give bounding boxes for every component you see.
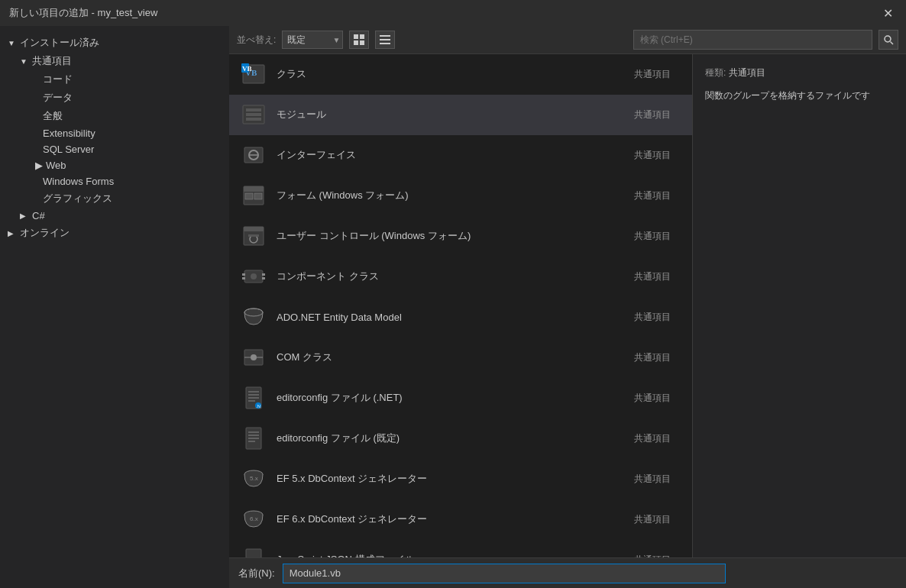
- item-name: モジュール: [277, 108, 622, 121]
- item-name: COM クラス: [277, 351, 622, 364]
- svg-rect-23: [254, 193, 262, 199]
- list-item[interactable]: ユーザー コントロール (Windows フォーム) 共通項目: [229, 216, 692, 257]
- svg-rect-3: [360, 40, 364, 45]
- svg-rect-29: [242, 273, 245, 276]
- list-item[interactable]: editorconfig ファイル (既定) 共通項目: [229, 418, 692, 459]
- grid-view-button[interactable]: [349, 31, 369, 49]
- list-item[interactable]: コンポーネント クラス 共通項目: [229, 257, 692, 297]
- name-label: 名前(N):: [238, 567, 275, 580]
- svg-rect-0: [354, 34, 358, 39]
- item-category: 共通項目: [622, 432, 683, 445]
- sidebar-item-windowsforms[interactable]: Windows Forms: [0, 173, 229, 189]
- list-item[interactable]: COM クラス 共通項目: [229, 338, 692, 378]
- item-icon: [238, 344, 269, 371]
- svg-point-37: [251, 354, 257, 360]
- sidebar-installed[interactable]: ▼ インストール済み: [0, 34, 229, 52]
- search-input[interactable]: [633, 30, 872, 50]
- svg-rect-1: [360, 34, 364, 39]
- title-bar: 新しい項目の追加 - my_test_view ✕: [0, 0, 906, 26]
- sidebar-item-csharp[interactable]: ▶ C#: [0, 208, 229, 224]
- sidebar-item-sqlserver[interactable]: SQL Server: [0, 141, 229, 157]
- kind-value: 共通項目: [729, 66, 765, 79]
- item-list-wrapper[interactable]: VB VB クラス 共通項目 モジュール 共通項目 インターフェイス 共通項目: [229, 54, 692, 557]
- svg-rect-21: [244, 186, 264, 192]
- list-item[interactable]: {} JavaScript JSON 構成ファイル 共通項目: [229, 540, 692, 557]
- list-item[interactable]: VB VB クラス 共通項目: [229, 54, 692, 95]
- dialog-title: 新しい項目の追加 - my_test_view: [9, 6, 157, 20]
- sidebar-item-online[interactable]: ▶ オンライン: [0, 224, 229, 242]
- sidebar-item-graphics[interactable]: グラフィックス: [0, 189, 229, 208]
- item-name: クラス: [277, 67, 622, 81]
- item-icon: VB VB: [238, 60, 269, 88]
- csharp-expand-icon: ▶: [20, 212, 32, 220]
- kind-row: 種類: 共通項目: [705, 66, 894, 79]
- sidebar-item-general[interactable]: 全般: [0, 107, 229, 125]
- sort-wrapper: 既定 名前 種類 ▼: [282, 31, 343, 49]
- list-item[interactable]: インターフェイス 共通項目: [229, 135, 692, 176]
- list-item[interactable]: .N editorconfig ファイル (.NET) 共通項目: [229, 378, 692, 418]
- item-name: EF 5.x DbContext ジェネレーター: [277, 472, 622, 486]
- svg-text:VB: VB: [242, 65, 252, 73]
- dialog-body: ▼ インストール済み ▼ 共通項目 コード データ 全般 Extensibili…: [0, 26, 906, 588]
- item-icon: [238, 222, 269, 250]
- svg-rect-5: [380, 39, 390, 40]
- csharp-label: C#: [32, 210, 45, 221]
- svg-line-8: [891, 42, 894, 45]
- item-icon: 5.x: [238, 465, 269, 493]
- item-category: 共通項目: [622, 311, 683, 324]
- item-icon: [238, 425, 269, 452]
- item-icon: [238, 101, 269, 128]
- svg-point-7: [885, 36, 891, 42]
- sidebar-item-data[interactable]: データ: [0, 89, 229, 107]
- svg-rect-30: [262, 273, 265, 276]
- web-label: Web: [46, 160, 66, 171]
- list-item[interactable]: ADO.NET Entity Data Model 共通項目: [229, 297, 692, 338]
- toolbar-area: 並べ替え: 既定 名前 種類 ▼: [229, 26, 906, 54]
- item-category: 共通項目: [622, 68, 683, 81]
- svg-rect-27: [248, 234, 259, 237]
- sidebar-item-web[interactable]: ▶ Web: [0, 157, 229, 173]
- sort-label: 並べ替え:: [237, 34, 276, 47]
- item-name: editorconfig ファイル (既定): [277, 431, 622, 445]
- item-icon: [238, 141, 269, 169]
- expand-icon: ▼: [8, 39, 20, 47]
- info-panel: 種類: 共通項目 関数のグループを格納するファイルです: [692, 54, 906, 557]
- svg-rect-6: [380, 43, 390, 44]
- svg-rect-4: [380, 35, 390, 37]
- online-expand-icon: ▶: [8, 229, 20, 237]
- code-label: コード: [43, 73, 73, 86]
- list-item[interactable]: フォーム (Windows フォーム) 共通項目: [229, 176, 692, 216]
- item-category: 共通項目: [622, 189, 683, 202]
- item-name: JavaScript JSON 構成ファイル: [277, 553, 622, 557]
- name-input[interactable]: [283, 564, 726, 583]
- sidebar-item-common[interactable]: ▼ 共通項目: [0, 52, 229, 70]
- web-expand-icon: ▶: [35, 160, 43, 171]
- close-button[interactable]: ✕: [878, 4, 897, 22]
- search-button[interactable]: [878, 30, 898, 50]
- item-category: 共通項目: [622, 270, 683, 283]
- list-item[interactable]: 5.x EF 5.x DbContext ジェネレーター 共通項目: [229, 459, 692, 499]
- item-category: 共通項目: [622, 149, 683, 162]
- item-icon: .N: [238, 384, 269, 412]
- list-view-button[interactable]: [375, 31, 395, 49]
- content-area: VB VB クラス 共通項目 モジュール 共通項目 インターフェイス 共通項目: [229, 54, 906, 557]
- item-category: 共通項目: [622, 473, 683, 486]
- item-category: 共通項目: [622, 554, 683, 558]
- item-name: editorconfig ファイル (.NET): [277, 391, 622, 405]
- right-panel: 並べ替え: 既定 名前 種類 ▼: [229, 26, 906, 588]
- sort-select[interactable]: 既定 名前 種類: [282, 31, 343, 49]
- graphics-label: グラフィックス: [43, 192, 112, 205]
- sidebar-item-extensibility[interactable]: Extensibility: [0, 125, 229, 141]
- sidebar: ▼ インストール済み ▼ 共通項目 コード データ 全般 Extensibili…: [0, 26, 229, 588]
- item-icon: 6.x: [238, 506, 269, 533]
- item-name: インターフェイス: [277, 148, 622, 162]
- svg-rect-25: [244, 227, 264, 231]
- list-item[interactable]: 6.x EF 6.x DbContext ジェネレーター 共通項目: [229, 499, 692, 540]
- item-name: ユーザー コントロール (Windows フォーム): [277, 229, 622, 243]
- list-item[interactable]: モジュール 共通項目: [229, 95, 692, 135]
- item-icon: {}: [238, 546, 269, 557]
- sidebar-item-code[interactable]: コード: [0, 70, 229, 89]
- bottom-bar: 名前(N):: [229, 557, 906, 588]
- item-name: コンポーネント クラス: [277, 270, 622, 283]
- item-icon: [238, 263, 269, 290]
